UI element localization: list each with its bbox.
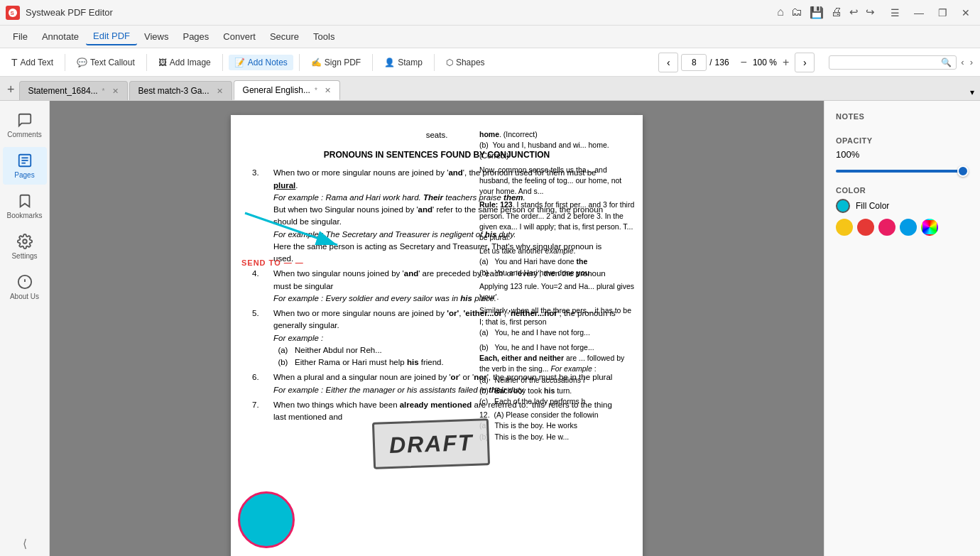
fill-color-preview bbox=[836, 199, 850, 213]
print-icon[interactable]: 🖨 bbox=[828, 6, 845, 19]
pdf-page: seats. PRONOUNS IN SENTENCES FOUND BY CO… bbox=[231, 115, 643, 556]
tab-bestmatch[interactable]: Best match-3 Ga... ✕ bbox=[129, 81, 232, 100]
undo-icon[interactable]: ↩ bbox=[846, 6, 861, 19]
swatch-red[interactable] bbox=[857, 219, 874, 236]
color-label: COLOR bbox=[836, 186, 969, 195]
add-text-icon: T bbox=[11, 57, 18, 68]
menu-annotate[interactable]: Annotate bbox=[35, 28, 86, 45]
fill-color-row: Fill Color bbox=[836, 199, 969, 213]
window-controls[interactable]: ☰ — ❐ ✕ bbox=[886, 6, 974, 20]
close-button[interactable]: ✕ bbox=[957, 6, 974, 20]
restore-button[interactable]: ❐ bbox=[934, 6, 952, 20]
sidebar-item-label-aboutus: About Us bbox=[10, 293, 39, 300]
titlebar-nav[interactable]: ⌂ 🗂 💾 🖨 ↩ ↪ bbox=[774, 6, 878, 19]
menu-editpdf[interactable]: Edit PDF bbox=[86, 28, 137, 45]
add-text-button[interactable]: T Add Text bbox=[6, 54, 59, 71]
menubar: File Annotate Edit PDF Views Pages Conve… bbox=[0, 26, 980, 48]
toolbar: T Add Text 💬 Text Callout 🖼 Add Image 📝 … bbox=[0, 48, 980, 77]
zoom-controls: − 100 % + bbox=[738, 56, 793, 69]
separator-5 bbox=[372, 54, 373, 71]
tab-label-generalenglish: General English... bbox=[243, 85, 310, 95]
redo-icon[interactable]: ↪ bbox=[863, 6, 878, 19]
close-tab-generalenglish[interactable]: ✕ bbox=[325, 86, 331, 95]
sidebar-item-label-comments: Comments bbox=[7, 131, 41, 138]
tab-generalenglish[interactable]: General English... * ✕ bbox=[234, 80, 340, 100]
close-tab-statement[interactable]: ✕ bbox=[112, 87, 119, 96]
right-column-text: home. (Incorrect) (b) You and I, husband… bbox=[479, 115, 643, 556]
swatch-blue[interactable] bbox=[900, 219, 917, 236]
sidebar-item-pages[interactable]: Pages bbox=[3, 147, 47, 185]
color-section: COLOR Fill Color bbox=[836, 186, 969, 236]
add-notes-icon: 📝 bbox=[234, 58, 245, 67]
menu-file[interactable]: File bbox=[6, 28, 35, 45]
page-number-input[interactable] bbox=[681, 54, 707, 71]
main: Comments Pages Bookmarks Settings bbox=[0, 101, 980, 556]
zoom-in-button[interactable]: + bbox=[780, 56, 792, 69]
swatch-yellow[interactable] bbox=[836, 219, 853, 236]
zoom-out-button[interactable]: − bbox=[738, 56, 750, 69]
shapes-button[interactable]: ⬡ Shapes bbox=[440, 55, 491, 70]
search-prev-button[interactable]: ‹ bbox=[959, 57, 965, 67]
sidebar-item-bookmarks[interactable]: Bookmarks bbox=[3, 187, 47, 225]
separator-3 bbox=[222, 54, 223, 71]
zoom-level: 100 % bbox=[753, 58, 777, 67]
svg-text:S: S bbox=[11, 10, 15, 16]
menu-icon[interactable]: ☰ bbox=[886, 6, 904, 20]
tab-label-statement: Statement_1684... bbox=[28, 86, 98, 96]
opacity-value: 100% bbox=[836, 149, 969, 160]
sign-pdf-button[interactable]: ✍ Sign PDF bbox=[305, 55, 366, 70]
tabbar: + Statement_1684... * ✕ Best match-3 Ga.… bbox=[0, 77, 980, 101]
next-page-button[interactable]: › bbox=[795, 53, 815, 72]
tab-statement[interactable]: Statement_1684... * ✕ bbox=[19, 81, 128, 100]
tab-label-bestmatch: Best match-3 Ga... bbox=[138, 86, 209, 96]
fill-color-label: Fill Color bbox=[856, 201, 889, 211]
search-input[interactable] bbox=[834, 58, 941, 67]
minimize-button[interactable]: — bbox=[910, 6, 928, 20]
menu-convert[interactable]: Convert bbox=[216, 28, 263, 45]
swatch-rainbow[interactable] bbox=[921, 219, 938, 236]
menu-secure[interactable]: Secure bbox=[263, 28, 306, 45]
menu-tools[interactable]: Tools bbox=[306, 28, 342, 45]
opacity-slider[interactable] bbox=[836, 170, 969, 173]
menu-pages[interactable]: Pages bbox=[175, 28, 216, 45]
sidebar-item-label-pages: Pages bbox=[14, 171, 34, 179]
draft-stamp: DRAFT bbox=[372, 418, 491, 469]
svg-point-6 bbox=[23, 239, 27, 244]
sidebar-item-comments[interactable]: Comments bbox=[3, 107, 47, 144]
sidebar-collapse-button[interactable]: ⟨ bbox=[23, 537, 27, 550]
text-callout-button[interactable]: 💬 Text Callout bbox=[71, 55, 141, 70]
add-notes-button[interactable]: 📝 Add Notes bbox=[229, 55, 293, 70]
home-icon[interactable]: ⌂ bbox=[774, 6, 787, 19]
search-box[interactable]: 🔍 bbox=[829, 55, 957, 70]
folder-icon[interactable]: 🗂 bbox=[788, 6, 805, 19]
save-icon[interactable]: 💾 bbox=[807, 6, 827, 19]
menu-views[interactable]: Views bbox=[137, 28, 175, 45]
add-image-button[interactable]: 🖼 Add Image bbox=[153, 55, 217, 70]
app-title: Systweak PDF Editor bbox=[26, 7, 774, 18]
left-sidebar: Comments Pages Bookmarks Settings bbox=[0, 101, 50, 556]
search-next-button[interactable]: › bbox=[969, 57, 974, 67]
stamp-button[interactable]: 👤 Stamp bbox=[379, 55, 428, 70]
send-to-annotation: SEND TO — — bbox=[241, 257, 304, 269]
opacity-section: OPACITY 100% bbox=[836, 136, 969, 175]
teal-circle-annotation bbox=[238, 491, 295, 548]
search-icon: 🔍 bbox=[941, 58, 952, 67]
separator-1 bbox=[65, 54, 65, 71]
sign-pdf-icon: ✍ bbox=[311, 58, 322, 67]
sidebar-item-label-bookmarks: Bookmarks bbox=[6, 212, 42, 219]
close-tab-bestmatch[interactable]: ✕ bbox=[217, 87, 223, 96]
shapes-icon: ⬡ bbox=[446, 58, 453, 67]
pdf-area[interactable]: seats. PRONOUNS IN SENTENCES FOUND BY CO… bbox=[50, 101, 824, 556]
separator-4 bbox=[299, 54, 300, 71]
prev-page-button[interactable]: ‹ bbox=[658, 53, 678, 72]
swatch-pink[interactable] bbox=[878, 219, 895, 236]
stamp-icon: 👤 bbox=[384, 58, 395, 67]
opacity-label: OPACITY bbox=[836, 136, 969, 145]
titlebar: S Systweak PDF Editor ⌂ 🗂 💾 🖨 ↩ ↪ ☰ — ❐ … bbox=[0, 0, 980, 26]
sidebar-item-settings[interactable]: Settings bbox=[3, 228, 47, 266]
tabs-dropdown-button[interactable]: ▾ bbox=[967, 85, 977, 100]
add-image-icon: 🖼 bbox=[158, 58, 167, 67]
sidebar-item-aboutus[interactable]: About Us bbox=[3, 268, 47, 306]
add-tab-button[interactable]: + bbox=[3, 82, 19, 97]
app-logo: S bbox=[6, 6, 20, 20]
